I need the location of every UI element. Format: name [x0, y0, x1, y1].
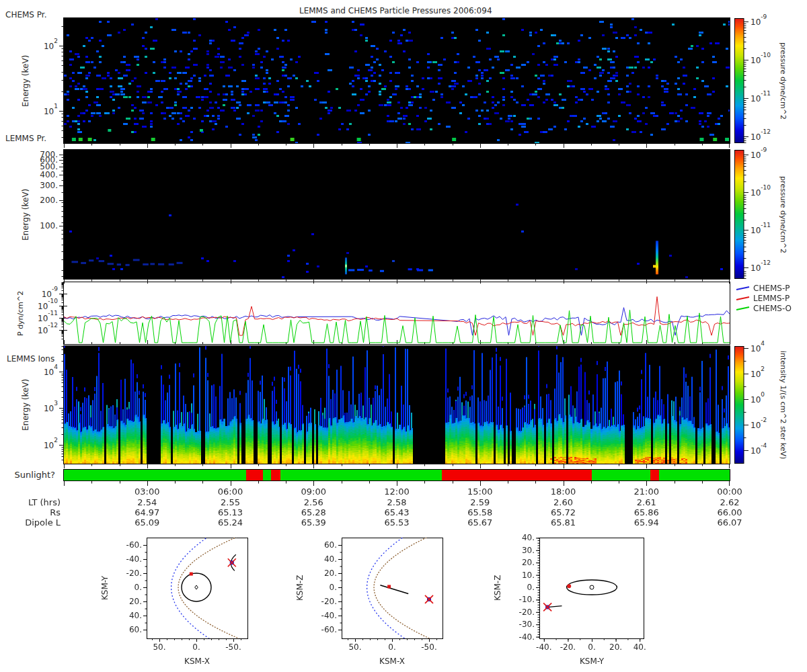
lt-value: 2.60	[553, 497, 573, 507]
time-tick-label: 15:00	[467, 487, 492, 497]
legend-item-lemms-p: LEMMS-P	[736, 294, 790, 303]
figure-root: LEMMS and CHEMS Particle Pressures 2006:…	[0, 0, 807, 672]
dipole-value: 65.94	[634, 517, 659, 528]
time-tick-label: 18:00	[551, 487, 576, 497]
axis-tick-label: 103	[44, 403, 58, 413]
sunlight-bar	[64, 470, 730, 480]
pressure-colorbar-2	[734, 150, 751, 279]
lt-value: 2.58	[387, 497, 407, 507]
lt-value: 2.54	[137, 497, 157, 507]
legend-line-icon	[736, 295, 751, 302]
time-tick-label: 00:00	[717, 487, 742, 497]
legend-item-chems-o: CHEMS-O	[736, 304, 792, 313]
time-axis-ticks	[64, 481, 730, 487]
dipole-value: 65.81	[551, 517, 576, 528]
pressure-line-plot	[64, 282, 730, 344]
lemms-ions-panel	[63, 345, 730, 464]
axis-tick-label: 104	[751, 343, 765, 353]
lemms-ions-spectrogram	[64, 346, 730, 464]
rs-value: 65.58	[467, 507, 492, 517]
rs-value: 65.72	[551, 507, 576, 517]
sunlight-bar-frame	[63, 469, 730, 481]
intensity-colorbar	[734, 346, 751, 464]
time-tick-label: 12:00	[384, 487, 409, 497]
line-plot-legend: CHEMS-PLEMMS-PCHEMS-O	[736, 284, 803, 319]
rs-value: 65.28	[301, 507, 326, 517]
time-tick-label: 09:00	[301, 487, 326, 497]
time-tick-label: 06:00	[218, 487, 243, 497]
panel2-yticks	[58, 150, 64, 279]
chems-pressure-spectrogram	[64, 18, 730, 143]
axis-tick-label: 10-4	[751, 445, 767, 456]
dipole-value: 65.09	[134, 517, 159, 528]
row-label-lt: LT (hrs)	[0, 497, 61, 507]
axis-tick-label: 100	[751, 394, 765, 405]
axis-tick-label: 102	[44, 439, 58, 450]
dipole-value: 65.53	[384, 517, 409, 528]
dipole-value: 65.67	[467, 517, 492, 528]
legend-line-icon	[736, 285, 751, 292]
pressure-colorbar-1	[734, 18, 751, 143]
lemms-pressure-spectrogram	[64, 150, 730, 279]
dipole-value: 65.24	[218, 517, 243, 528]
row-label-dipole: Dipole L	[0, 517, 61, 528]
orbit1-xaxis-title: KSM-X	[170, 657, 224, 666]
pressure-line-panel	[63, 282, 730, 345]
legend-item-chems-p: CHEMS-P	[736, 284, 790, 293]
rs-value: 65.43	[384, 507, 409, 517]
lt-value: 2.62	[720, 497, 740, 507]
lemms-pressure-panel	[63, 149, 730, 280]
rs-value: 65.86	[634, 507, 659, 517]
panel1-yticks	[58, 18, 64, 143]
axis-tick-label: 104	[44, 366, 58, 377]
lt-value: 2.59	[470, 497, 490, 507]
time-tick-label: 03:00	[134, 487, 159, 497]
axis-tick-label: 10-2	[751, 419, 767, 430]
dipole-value: 66.07	[717, 517, 742, 528]
panel4-yticks	[58, 346, 64, 464]
time-tick-label: 21:00	[634, 487, 659, 497]
lt-value: 2.55	[221, 497, 240, 507]
dipole-value: 65.39	[301, 517, 326, 528]
panel4-ytick-labels: 104103102	[0, 0, 59, 672]
colorbar1-unit-label: pressure dyne/cm^2	[777, 18, 788, 143]
colorbar4-unit-label: intensity 1/(s cm^2 ster keV)	[777, 346, 788, 464]
panel3-yticks	[58, 282, 64, 344]
axis-tick-label: 102	[751, 368, 765, 379]
orbit2-xaxis-title: KSM-X	[365, 657, 419, 666]
legend-label: CHEMS-O	[753, 304, 792, 313]
rs-value: 66.00	[717, 507, 742, 517]
legend-line-icon	[736, 305, 751, 312]
orbit-plot-yz	[502, 533, 647, 658]
lt-value: 2.56	[304, 497, 323, 507]
rs-value: 65.13	[218, 507, 243, 517]
legend-label: CHEMS-P	[753, 284, 790, 293]
colorbar2-unit-label: pressure dyne/cm^2	[777, 150, 788, 279]
orbit-plot-xz	[304, 533, 447, 658]
panel4-xticks	[64, 464, 730, 469]
lt-value: 2.61	[637, 497, 656, 507]
row-label-rs: Rs	[0, 507, 61, 517]
orbit-plot-xy	[109, 533, 252, 658]
figure-title: LEMMS and CHEMS Particle Pressures 2006:…	[299, 6, 492, 15]
legend-label: LEMMS-P	[753, 294, 790, 303]
colorbar4-tick-labels: 10410210010-210-4	[751, 0, 798, 672]
panel1-xticks	[64, 143, 730, 149]
rs-value: 64.97	[134, 507, 159, 517]
orbit3-xaxis-title: KSM-Y	[565, 657, 619, 666]
panel2-xticks	[64, 279, 730, 284]
chems-pressure-panel	[63, 17, 730, 144]
